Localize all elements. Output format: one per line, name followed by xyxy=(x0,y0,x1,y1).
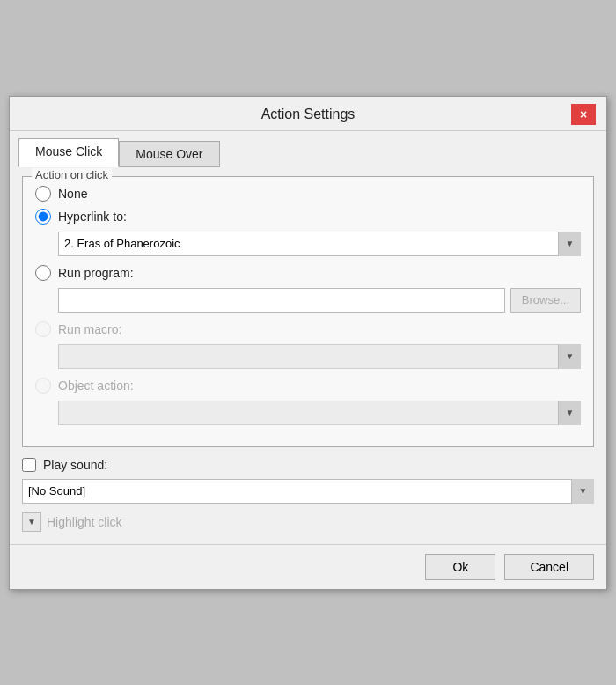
run-program-input[interactable] xyxy=(58,288,505,313)
highlight-click-checkbox[interactable]: ▼ xyxy=(22,512,41,532)
title-bar: Action Settings × xyxy=(10,97,606,131)
object-action-dropdown-row: ▼ xyxy=(35,401,581,425)
sound-dropdown-wrapper: [No Sound] ▼ xyxy=(22,479,594,504)
radio-object-action-row: Object action: xyxy=(35,378,581,394)
close-button[interactable]: × xyxy=(571,104,596,125)
run-program-input-group: Browse... xyxy=(58,288,581,313)
dialog-body: Action on click None Hyperlink to: 2. Er… xyxy=(10,167,606,544)
action-settings-dialog: Action Settings × Mouse Click Mouse Over… xyxy=(9,96,607,590)
play-sound-row: Play sound: xyxy=(22,458,594,472)
radio-object-action[interactable] xyxy=(35,378,51,394)
radio-object-action-label[interactable]: Object action: xyxy=(58,379,134,393)
sound-select[interactable]: [No Sound] xyxy=(22,479,594,504)
radio-none[interactable] xyxy=(35,186,51,202)
action-on-click-group: Action on click None Hyperlink to: 2. Er… xyxy=(22,176,594,447)
radio-none-label[interactable]: None xyxy=(58,187,87,201)
dialog-title: Action Settings xyxy=(45,107,571,122)
cancel-button[interactable]: Cancel xyxy=(504,554,594,580)
radio-hyperlink-label[interactable]: Hyperlink to: xyxy=(58,210,127,224)
run-program-input-row: Browse... xyxy=(35,288,581,313)
object-action-select[interactable] xyxy=(58,401,581,425)
group-legend: Action on click xyxy=(32,168,112,181)
highlight-click-label: Highlight click xyxy=(47,515,122,529)
radio-run-program-row: Run program: xyxy=(35,265,581,281)
radio-run-macro[interactable] xyxy=(35,321,51,337)
tab-mouse-over[interactable]: Mouse Over xyxy=(119,141,219,167)
play-sound-label[interactable]: Play sound: xyxy=(43,458,107,472)
tabs-container: Mouse Click Mouse Over xyxy=(10,131,606,167)
ok-button[interactable]: Ok xyxy=(425,554,495,580)
radio-run-program-label[interactable]: Run program: xyxy=(58,266,134,280)
run-macro-dropdown-wrapper: ▼ xyxy=(58,344,581,369)
run-macro-select[interactable] xyxy=(58,344,581,369)
play-sound-checkbox[interactable] xyxy=(22,458,36,472)
dialog-footer: Ok Cancel xyxy=(10,544,606,589)
hyperlink-dropdown-row: 2. Eras of Phanerozoic ▼ xyxy=(35,232,581,256)
hyperlink-dropdown-wrapper: 2. Eras of Phanerozoic ▼ xyxy=(58,232,581,256)
tab-mouse-click[interactable]: Mouse Click xyxy=(18,138,119,167)
hyperlink-select[interactable]: 2. Eras of Phanerozoic xyxy=(58,232,581,256)
radio-run-program[interactable] xyxy=(35,265,51,281)
radio-none-row: None xyxy=(35,186,581,202)
radio-run-macro-row: Run macro: xyxy=(35,321,581,337)
sound-dropdown-row: [No Sound] ▼ xyxy=(22,479,594,504)
radio-run-macro-label[interactable]: Run macro: xyxy=(58,322,121,336)
run-macro-dropdown-row: ▼ xyxy=(35,344,581,369)
highlight-click-row: ▼ Highlight click xyxy=(22,512,594,532)
browse-button[interactable]: Browse... xyxy=(510,288,581,313)
radio-hyperlink-row: Hyperlink to: xyxy=(35,209,581,225)
radio-hyperlink[interactable] xyxy=(35,209,51,225)
object-action-dropdown-wrapper: ▼ xyxy=(58,401,581,425)
